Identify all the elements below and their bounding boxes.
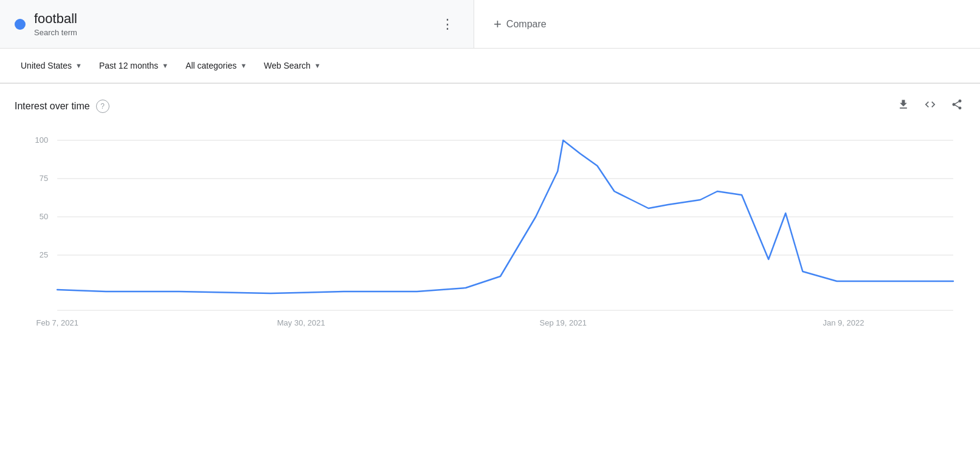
help-icon: ? (100, 102, 105, 111)
chart-container: 100 75 50 25 Feb 7, 2021 May 30, 2021 Se… (15, 128, 965, 335)
chart-section: Interest over time ? (0, 84, 980, 341)
interest-chart: 100 75 50 25 Feb 7, 2021 May 30, 2021 Se… (15, 128, 965, 335)
embed-button[interactable] (922, 96, 939, 116)
share-icon (951, 100, 963, 113)
category-filter[interactable]: All categories ▼ (179, 57, 253, 74)
region-filter[interactable]: United States ▼ (15, 57, 88, 74)
search-type-label: Web Search (264, 61, 311, 70)
svg-text:25: 25 (40, 250, 48, 259)
category-label: All categories (185, 61, 236, 70)
region-chevron-icon: ▼ (75, 62, 82, 69)
chart-actions (895, 96, 965, 116)
term-info: football Search term (34, 11, 77, 37)
filters-bar: United States ▼ Past 12 months ▼ All cat… (0, 49, 980, 84)
period-chevron-icon: ▼ (162, 62, 168, 69)
more-options-button[interactable]: ⋮ (436, 14, 459, 35)
share-button[interactable] (948, 96, 965, 116)
search-term-panel: football Search term ⋮ (0, 0, 474, 48)
term-actions: ⋮ (436, 14, 459, 35)
svg-text:50: 50 (40, 212, 48, 221)
term-name: football (34, 11, 77, 27)
category-chevron-icon: ▼ (240, 62, 247, 69)
plus-icon: + (494, 16, 502, 32)
svg-text:Jan 9, 2022: Jan 9, 2022 (823, 318, 864, 327)
svg-text:Sep 19, 2021: Sep 19, 2021 (540, 318, 587, 327)
svg-text:May 30, 2021: May 30, 2021 (277, 318, 325, 327)
embed-icon (924, 100, 936, 113)
compare-label: Compare (506, 19, 547, 30)
compare-button[interactable]: + Compare (494, 16, 547, 32)
chart-title-area: Interest over time ? (15, 100, 109, 113)
page-header: football Search term ⋮ + Compare (0, 0, 980, 49)
download-button[interactable] (895, 96, 912, 116)
svg-text:Feb 7, 2021: Feb 7, 2021 (36, 318, 78, 327)
help-button[interactable]: ? (96, 100, 109, 113)
term-color-dot (15, 19, 26, 30)
compare-panel: + Compare (474, 0, 980, 48)
download-icon (897, 100, 909, 113)
period-filter[interactable]: Past 12 months ▼ (93, 57, 174, 74)
search-type-chevron-icon: ▼ (314, 62, 321, 69)
svg-text:100: 100 (35, 135, 48, 145)
search-type-filter[interactable]: Web Search ▼ (258, 57, 327, 74)
svg-text:75: 75 (40, 174, 48, 183)
chart-header: Interest over time ? (15, 96, 965, 116)
period-label: Past 12 months (99, 61, 158, 70)
region-label: United States (21, 61, 72, 70)
chart-title: Interest over time (15, 101, 90, 112)
term-type: Search term (34, 28, 77, 37)
